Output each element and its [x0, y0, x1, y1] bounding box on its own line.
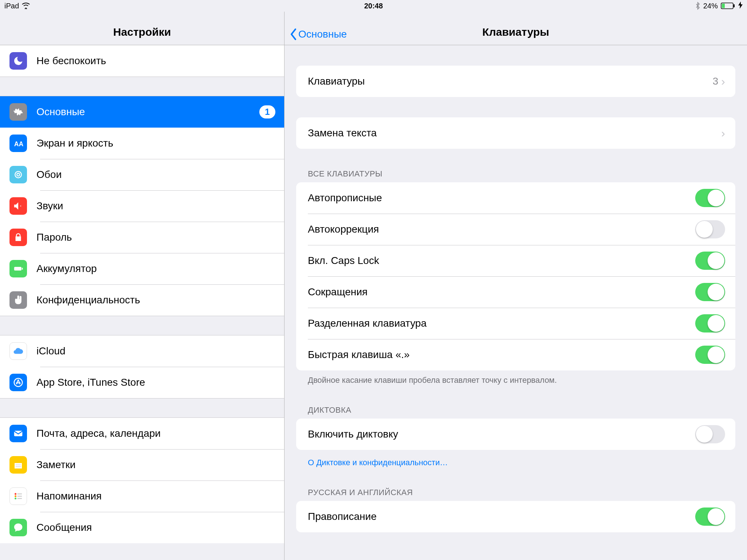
- sidebar-item-label: Обои: [36, 169, 284, 180]
- section-header-dictation: ДИКТОВКА: [308, 405, 735, 415]
- split-keyboard-switch[interactable]: [695, 314, 725, 332]
- chevron-right-icon: ›: [721, 75, 725, 88]
- shortcuts-cell: Сокращения: [296, 276, 735, 308]
- sidebar-item-general[interactable]: Основные 1: [0, 96, 284, 128]
- svg-rect-2: [734, 4, 735, 7]
- display-icon: AA: [9, 135, 27, 152]
- sidebar-item-passcode[interactable]: Пароль: [0, 222, 284, 253]
- status-bar: iPad 20:48 24%: [0, 0, 747, 12]
- sidebar-item-icloud[interactable]: iCloud: [0, 335, 284, 367]
- sidebar-item-mail[interactable]: Почта, адреса, календари: [0, 418, 284, 449]
- back-button[interactable]: Основные: [290, 28, 347, 40]
- cell-label: Клавиатуры: [308, 75, 713, 87]
- sidebar-item-label: Не беспокоить: [36, 55, 284, 67]
- auto-correct-cell: Автокоррекция: [296, 214, 735, 245]
- mail-icon: [9, 425, 27, 442]
- svg-rect-1: [722, 4, 725, 8]
- cell-value: 3: [713, 75, 719, 87]
- sidebar-item-label: Экран и яркость: [36, 137, 284, 149]
- cell-label: Автокоррекция: [308, 223, 695, 235]
- svg-point-4: [15, 171, 22, 178]
- section-footer-period: Двойное касание клавиши пробела вставляе…: [308, 376, 735, 385]
- sidebar-item-label: Сообщения: [36, 522, 284, 533]
- sidebar-item-label: Основные: [36, 106, 259, 118]
- sidebar-item-wallpaper[interactable]: Обои: [0, 159, 284, 190]
- svg-point-5: [17, 173, 20, 176]
- sidebar-item-label: iCloud: [36, 345, 284, 357]
- sidebar-item-display[interactable]: AA Экран и яркость: [0, 128, 284, 159]
- lock-icon: [9, 229, 27, 246]
- cell-label: Замена текста: [308, 127, 721, 139]
- gear-icon: [9, 103, 27, 121]
- sidebar-item-stores[interactable]: App Store, iTunes Store: [0, 367, 284, 398]
- auto-caps-switch[interactable]: [695, 189, 725, 207]
- battery-percent: 24%: [703, 2, 718, 10]
- sidebar-item-label: Заметки: [36, 459, 284, 471]
- dictation-cell: Включить диктовку: [296, 419, 735, 450]
- cell-label: Разделенная клавиатура: [308, 318, 695, 329]
- bluetooth-icon: [695, 2, 700, 10]
- sidebar-item-battery[interactable]: Аккумулятор: [0, 253, 284, 284]
- wifi-icon: [22, 3, 30, 9]
- settings-sidebar: Настройки Не беспокоить Основные: [0, 0, 285, 560]
- cell-label: Быстрая клавиша «.»: [308, 349, 695, 361]
- notes-icon: [9, 456, 27, 474]
- svg-rect-11: [15, 461, 22, 463]
- wallpaper-icon: [9, 166, 27, 183]
- clock: 20:48: [364, 2, 383, 10]
- back-label: Основные: [298, 28, 347, 40]
- quick-period-cell: Быстрая клавиша «.»: [296, 339, 735, 370]
- sidebar-item-label: Почта, адреса, календари: [36, 428, 284, 439]
- battery-icon: [721, 3, 735, 9]
- auto-correct-switch[interactable]: [695, 220, 725, 238]
- cell-label: Правописание: [308, 511, 695, 522]
- sidebar-item-privacy[interactable]: Конфиденциальность: [0, 284, 284, 316]
- cloud-icon: [9, 342, 27, 360]
- spelling-cell: Правописание: [296, 501, 735, 532]
- sidebar-item-dnd[interactable]: Не беспокоить: [0, 45, 284, 77]
- cell-label: Автопрописные: [308, 192, 695, 204]
- dictation-switch[interactable]: [695, 425, 725, 443]
- chevron-right-icon: ›: [721, 127, 725, 140]
- section-header-all: ВСЕ КЛАВИАТУРЫ: [308, 169, 735, 179]
- reminders-icon: [9, 487, 27, 505]
- charging-icon: [738, 1, 743, 11]
- text-replacement-cell[interactable]: Замена текста ›: [296, 117, 735, 149]
- sidebar-item-label: Звуки: [36, 200, 284, 212]
- cell-label: Вкл. Caps Lock: [308, 255, 695, 267]
- battery-row-icon: [9, 260, 27, 277]
- detail-title: Клавиатуры: [482, 26, 549, 38]
- messages-icon: [9, 519, 27, 536]
- svg-point-14: [15, 493, 16, 495]
- section-header-ru-en: РУССКАЯ И АНГЛИЙСКАЯ: [308, 488, 735, 497]
- shortcuts-switch[interactable]: [695, 283, 725, 301]
- svg-point-16: [15, 498, 16, 499]
- sidebar-item-label: App Store, iTunes Store: [36, 377, 284, 388]
- cell-label: Сокращения: [308, 286, 695, 298]
- svg-rect-6: [14, 267, 22, 271]
- badge: 1: [259, 105, 275, 118]
- auto-caps-cell: Автопрописные: [296, 182, 735, 214]
- sidebar-item-sounds[interactable]: Звуки: [0, 190, 284, 222]
- sidebar-item-label: Напоминания: [36, 490, 284, 502]
- spelling-switch[interactable]: [695, 508, 725, 526]
- sidebar-item-label: Конфиденциальность: [36, 294, 284, 306]
- caps-lock-switch[interactable]: [695, 252, 725, 270]
- cell-label: Включить диктовку: [308, 428, 695, 440]
- sidebar-item-label: Аккумулятор: [36, 263, 284, 275]
- sidebar-item-reminders[interactable]: Напоминания: [0, 481, 284, 512]
- moon-icon: [9, 52, 27, 70]
- sidebar-item-messages[interactable]: Сообщения: [0, 512, 284, 543]
- keyboards-cell[interactable]: Клавиатуры 3 ›: [296, 66, 735, 97]
- quick-period-switch[interactable]: [695, 346, 725, 364]
- sidebar-item-notes[interactable]: Заметки: [0, 449, 284, 481]
- caps-lock-cell: Вкл. Caps Lock: [296, 245, 735, 276]
- svg-point-15: [15, 495, 16, 497]
- svg-rect-7: [22, 268, 23, 270]
- appstore-icon: [9, 374, 27, 391]
- sounds-icon: [9, 197, 27, 215]
- sidebar-title: Настройки: [113, 26, 171, 38]
- hand-icon: [9, 291, 27, 309]
- split-keyboard-cell: Разделенная клавиатура: [296, 308, 735, 339]
- dictation-privacy-link[interactable]: О Диктовке и конфиденциальности…: [308, 458, 735, 467]
